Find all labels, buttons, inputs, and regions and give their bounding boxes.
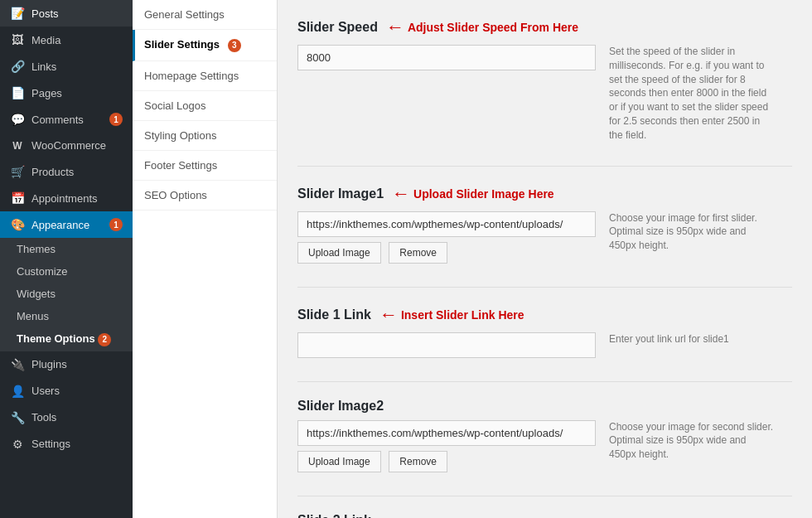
slider-image1-field-group: Upload Image Remove (297, 211, 596, 264)
subnav-homepage-settings[interactable]: Homepage Settings (133, 61, 277, 91)
divider-4 (297, 496, 792, 496)
slider-image1-label: Slider Image1 ← Upload Slider Image Here (297, 183, 792, 205)
sidebar-item-label: Posts (31, 7, 59, 20)
upload-image2-button[interactable]: Upload Image (297, 451, 381, 472)
slider-image2-section: Slider Image2 Upload Image Remove Choose… (297, 399, 792, 472)
slider-speed-row: Set the speed of the slider in milliseco… (297, 45, 792, 143)
appointments-icon: 📅 (10, 191, 25, 205)
posts-icon: 📝 (10, 7, 25, 20)
tools-icon: 🔧 (10, 411, 25, 424)
sidebar-item-label: Links (31, 61, 56, 73)
slider-speed-hint: Set the speed of the slider in milliseco… (609, 45, 775, 143)
slide1-link-hint: Enter yout link url for slide1 (609, 332, 775, 346)
sidebar-item-links[interactable]: 🔗 Links (0, 53, 133, 80)
pages-icon: 📄 (10, 86, 25, 99)
appearance-badge: 1 (109, 218, 123, 231)
divider-3 (297, 381, 792, 382)
subnav-seo-options[interactable]: SEO Options (133, 181, 277, 211)
sidebar-item-label: WooCommerce (31, 139, 106, 152)
sidebar-item-pages[interactable]: 📄 Pages (0, 80, 133, 106)
slider-image2-row: Upload Image Remove Choose your image fo… (297, 420, 792, 472)
sidebar-item-media[interactable]: 🖼 Media (0, 27, 133, 53)
slide1-link-row: Enter yout link url for slide1 (297, 332, 792, 358)
sidebar-item-comments[interactable]: 💬 Comments 1 (0, 106, 133, 133)
remove-image1-button[interactable]: Remove (389, 242, 447, 264)
settings-icon: ⚙ (10, 438, 25, 451)
woocommerce-icon: W (10, 140, 25, 152)
divider-1 (297, 166, 792, 167)
slider-image1-row: Upload Image Remove Choose your image fo… (297, 211, 792, 264)
products-icon: 🛒 (10, 165, 25, 178)
upload-image1-button[interactable]: Upload Image (297, 242, 381, 264)
sidebar-item-label: Appointments (31, 192, 98, 205)
subnav-styling-options[interactable]: Styling Options (133, 121, 277, 151)
slider-image2-hint: Choose your image for second slider. Opt… (609, 420, 775, 462)
sidebar: 📝 Posts 🖼 Media 🔗 Links 📄 Pages 💬 Commen… (0, 0, 133, 518)
sidebar-item-label: Plugins (31, 358, 67, 370)
sidebar-item-label: Appearance (31, 219, 89, 231)
remove-image2-button[interactable]: Remove (389, 451, 447, 472)
users-icon: 👤 (10, 385, 25, 398)
subnav-slider-settings[interactable]: Slider Settings 3 (133, 30, 277, 61)
sidebar-item-label: Tools (31, 411, 56, 424)
slide2-link-label: Slide 2 Link (297, 513, 792, 518)
slider-speed-section: Slider Speed ← Adjust Slider Speed From … (297, 17, 792, 143)
media-icon: 🖼 (10, 33, 25, 46)
plugins-icon: 🔌 (10, 358, 25, 371)
red-arrow-icon: ← (379, 304, 398, 326)
red-arrow-icon: ← (386, 17, 404, 38)
slider-image2-label: Slider Image2 (297, 399, 792, 414)
sidebar-item-customize[interactable]: Customize (0, 260, 133, 283)
slide2-link-section: Slide 2 Link Enter yout link url for sli… (297, 513, 792, 518)
sidebar-item-plugins[interactable]: 🔌 Plugins (0, 351, 133, 378)
links-icon: 🔗 (10, 60, 25, 73)
slide1-link-section: Slide 1 Link ← Insert Slider Link Here E… (297, 304, 792, 358)
slider-image1-annotation: ← Upload Slider Image Here (392, 183, 554, 205)
theme-options-badge: 2 (98, 333, 111, 346)
slider-image2-input[interactable] (297, 420, 596, 446)
slider-speed-input[interactable] (297, 45, 596, 70)
slider-speed-label: Slider Speed ← Adjust Slider Speed From … (297, 17, 792, 38)
slider-speed-annotation: ← Adjust Slider Speed From Here (386, 17, 578, 38)
sidebar-item-label: Products (31, 166, 74, 178)
sidebar-item-appointments[interactable]: 📅 Appointments (0, 185, 133, 211)
sidebar-item-widgets[interactable]: Widgets (0, 283, 133, 305)
comments-icon: 💬 (10, 113, 25, 126)
sidebar-item-label: Settings (31, 438, 70, 450)
slider-image1-input[interactable] (297, 211, 596, 237)
red-arrow-icon: ← (392, 183, 410, 205)
sidebar-item-label: Media (31, 34, 60, 46)
subnav-social-logos[interactable]: Social Logos (133, 91, 277, 121)
slider-settings-badge: 3 (228, 39, 241, 52)
subnav-footer-settings[interactable]: Footer Settings (133, 151, 277, 181)
comments-badge: 1 (109, 113, 123, 126)
slide1-link-label: Slide 1 Link ← Insert Slider Link Here (297, 304, 792, 326)
sidebar-item-label: Comments (31, 114, 84, 126)
appearance-icon: 🎨 (10, 218, 25, 231)
sidebar-item-posts[interactable]: 📝 Posts (0, 0, 133, 27)
sidebar-item-settings[interactable]: ⚙ Settings (0, 431, 133, 457)
sidebar-item-users[interactable]: 👤 Users (0, 378, 133, 404)
subnav: General Settings Slider Settings 3 Homep… (133, 0, 278, 518)
slider-image2-field-group: Upload Image Remove (297, 420, 596, 472)
slide1-link-input[interactable] (297, 332, 596, 358)
sidebar-item-woocommerce[interactable]: W WooCommerce (0, 133, 133, 158)
sidebar-item-menus[interactable]: Menus (0, 305, 133, 327)
sidebar-item-products[interactable]: 🛒 Products (0, 158, 133, 185)
appearance-submenu: Themes Customize Widgets Menus Theme Opt… (0, 238, 133, 351)
main-content: Slider Speed ← Adjust Slider Speed From … (278, 0, 812, 518)
slider-image1-hint: Choose your image for first slider. Opti… (609, 211, 775, 253)
sidebar-item-appearance[interactable]: 🎨 Appearance 1 (0, 211, 133, 238)
sidebar-item-tools[interactable]: 🔧 Tools (0, 404, 133, 431)
sidebar-item-themes[interactable]: Themes (0, 238, 133, 260)
slide1-link-annotation: ← Insert Slider Link Here (379, 304, 524, 326)
subnav-general-settings[interactable]: General Settings (133, 0, 277, 30)
divider-2 (297, 287, 792, 288)
sidebar-item-label: Pages (31, 87, 62, 99)
slider-image1-section: Slider Image1 ← Upload Slider Image Here… (297, 183, 792, 264)
sidebar-item-label: Users (31, 385, 60, 397)
sidebar-item-theme-options[interactable]: Theme Options 2 (0, 327, 133, 351)
